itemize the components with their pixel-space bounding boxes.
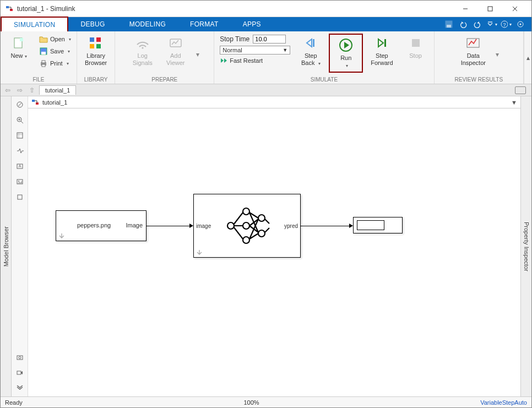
help-icon[interactable]: ?▾	[501, 19, 512, 30]
add-viewer-button[interactable]: Add Viewer	[161, 34, 191, 68]
area-button[interactable]	[14, 191, 26, 203]
minimize-button[interactable]	[453, 1, 477, 17]
undo-icon[interactable]	[458, 19, 469, 30]
svg-rect-20	[96, 37, 101, 42]
block-net-inport-label: image	[196, 223, 211, 229]
wifi-icon	[135, 36, 150, 50]
svg-point-48	[243, 222, 249, 229]
ribbon: New▾ Open▾ Save▾ Print▾ FILE Library Bro…	[1, 31, 531, 84]
overflow-icon[interactable]: ▾	[486, 19, 497, 30]
stoptime-input[interactable]	[253, 35, 286, 43]
step-forward-button[interactable]: Step Forward	[366, 34, 397, 68]
step-forward-label: Step Forward	[371, 52, 393, 66]
signal-arrow-icon	[189, 224, 193, 228]
model-canvas[interactable]: peppers.png Image image ypred	[28, 108, 520, 396]
save-disk-icon	[39, 47, 48, 56]
data-inspector-button[interactable]: Data Inspector	[457, 34, 490, 68]
target-icon[interactable]	[515, 19, 526, 30]
redo-icon[interactable]	[472, 19, 483, 30]
block-display[interactable]	[353, 217, 403, 233]
prepare-expand-button[interactable]: ▾	[194, 51, 202, 58]
group-simulate: Stop Time Normal▼ Fast Restart Step Back…	[214, 31, 434, 84]
svg-point-49	[243, 237, 249, 243]
svg-rect-19	[90, 37, 94, 42]
block-image-from-file[interactable]: peppers.png Image	[56, 210, 146, 241]
new-label: New	[10, 52, 23, 59]
svg-rect-13	[20, 38, 23, 41]
group-file-label: FILE	[4, 75, 73, 83]
close-button[interactable]	[502, 1, 527, 17]
record-button[interactable]	[14, 367, 26, 379]
log-signals-button[interactable]: Log Signals	[128, 34, 158, 68]
run-button[interactable]: Run▾	[331, 36, 361, 70]
main-area: Model Browser A tutorial_1 ▼ peppers.png…	[1, 96, 531, 396]
nav-forward-button[interactable]: ⇨	[15, 85, 25, 95]
window-title: tutorial_1 - Simulink	[17, 5, 453, 13]
svg-rect-27	[384, 39, 386, 47]
svg-rect-18	[42, 64, 45, 67]
step-back-button[interactable]: Step Back ▾	[296, 34, 325, 68]
svg-text:A: A	[18, 164, 21, 168]
print-button[interactable]: Print▾	[37, 58, 73, 69]
open-button[interactable]: Open▾	[37, 34, 73, 45]
tab-modeling[interactable]: MODELING	[117, 17, 178, 31]
hide-browser-button[interactable]	[14, 99, 26, 111]
new-button[interactable]: New▾	[4, 34, 34, 62]
signal-line[interactable]	[146, 226, 191, 226]
status-bar: Ready 100% VariableStepAuto	[1, 396, 531, 407]
simulation-mode-select[interactable]: Normal▼	[220, 46, 290, 55]
image-button[interactable]	[14, 176, 26, 188]
block-net-outport-label: ypred	[284, 223, 298, 229]
tab-simulation[interactable]: SIMULATION	[1, 17, 68, 31]
zoom-in-button[interactable]	[14, 114, 26, 126]
svg-rect-7	[447, 25, 451, 28]
save-icon[interactable]	[443, 19, 454, 30]
keyboard-icon[interactable]	[515, 86, 526, 94]
tab-debug[interactable]: DEBUG	[68, 17, 117, 31]
breadcrumb-dropdown[interactable]: ▼	[511, 99, 517, 106]
signal-line[interactable]	[301, 226, 350, 226]
svg-point-46	[227, 222, 234, 229]
fast-restart-button[interactable]: Fast Restart	[220, 57, 290, 64]
model-browser-panel[interactable]: Model Browser	[1, 96, 12, 396]
maximize-button[interactable]	[477, 1, 502, 17]
status-solver[interactable]: VariableStepAuto	[480, 399, 527, 406]
group-review-label: REVIEW RESULTS	[438, 75, 520, 83]
breadcrumb-root[interactable]: tutorial_1	[42, 99, 67, 106]
svg-rect-15	[41, 52, 46, 55]
simulation-mode-value: Normal	[222, 47, 242, 53]
nav-up-button[interactable]: ⇧	[27, 85, 37, 95]
block-predict-network[interactable]: image ypred	[193, 194, 301, 258]
toggle-sample-time-button[interactable]	[14, 145, 26, 157]
svg-rect-35	[17, 133, 23, 138]
data-inspector-label: Data Inspector	[461, 52, 486, 66]
group-review: Data Inspector ▾ REVIEW RESULTS	[435, 31, 524, 84]
svg-line-32	[21, 121, 23, 123]
svg-rect-40	[18, 195, 22, 199]
status-zoom[interactable]: 100%	[23, 399, 480, 406]
stop-button[interactable]: Stop	[401, 34, 431, 62]
screenshot-button[interactable]	[14, 351, 26, 363]
tab-format[interactable]: FORMAT	[178, 17, 231, 31]
annotation-button[interactable]: A	[14, 160, 26, 172]
document-tab[interactable]: tutorial_1	[39, 85, 76, 95]
svg-point-11	[520, 24, 522, 25]
save-button[interactable]: Save▾	[37, 46, 73, 57]
breadcrumb-bar: tutorial_1 ▼	[28, 96, 520, 108]
tab-apps[interactable]: APPS	[231, 17, 273, 31]
review-expand-button[interactable]: ▾	[493, 51, 501, 58]
canvas-toolbar: A	[12, 96, 28, 396]
library-browser-button[interactable]: Library Browser	[80, 34, 111, 68]
add-viewer-label: Add Viewer	[166, 52, 184, 66]
ribbon-collapse-button[interactable]: ▴	[524, 31, 531, 84]
nav-back-button[interactable]: ⇦	[3, 85, 13, 95]
property-inspector-panel[interactable]: Property Inspector	[520, 96, 531, 396]
library-browser-label: Library Browser	[85, 52, 107, 66]
toolstrip-tabs: SIMULATION DEBUG MODELING FORMAT APPS ▾ …	[1, 17, 531, 31]
run-label: Run	[340, 55, 351, 61]
model-icon	[31, 99, 39, 106]
viewer-icon	[169, 36, 183, 50]
more-tools-button[interactable]	[14, 382, 26, 394]
fit-view-button[interactable]	[14, 129, 26, 142]
printer-icon	[39, 59, 48, 68]
